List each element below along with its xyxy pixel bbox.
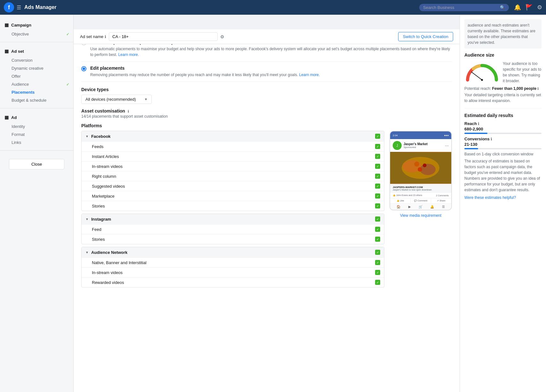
auto-learn-more-link[interactable]: Learn more. xyxy=(118,52,139,57)
conversions-progress-bar xyxy=(464,148,542,149)
facebook-item-instant-articles[interactable]: Instant Articles ✓ xyxy=(82,151,384,161)
conversions-info-icon: ℹ xyxy=(491,137,492,141)
instagram-item-stories[interactable]: Stories ✓ xyxy=(82,234,384,244)
edit-placement-option[interactable]: Edit placements Removing placements may … xyxy=(81,62,452,82)
reach-info-icon: ℹ xyxy=(478,122,479,126)
conversion-window-text: Based on 1-day click conversion window xyxy=(464,152,542,156)
sidebar-item-dynamic-creative[interactable]: Dynamic creative xyxy=(0,64,73,72)
preview-like-button[interactable]: 👍 Like xyxy=(390,198,411,203)
switch-to-quick-creation-button[interactable]: Switch to Quick Creation xyxy=(398,32,453,41)
platform-list: ▼ Facebook ✓ Feeds ✓ Instant Articles ✓ xyxy=(81,131,384,290)
facebook-item-right-column[interactable]: Right column ✓ xyxy=(82,171,384,181)
svg-point-4 xyxy=(414,161,419,167)
facebook-item-suggested-videos[interactable]: Suggested videos ✓ xyxy=(82,181,384,191)
preview-comment-button[interactable]: 💬 Comment xyxy=(411,198,431,203)
phone-preview: 2:04 ●●● J Jasper's Market Sponsored xyxy=(389,131,452,210)
adset-name-input[interactable] xyxy=(109,32,218,41)
preview-bell-icon: 🔔 xyxy=(430,205,434,208)
flag-icon[interactable]: 🚩 xyxy=(526,4,533,11)
view-media-requirement-link[interactable]: View media requirement xyxy=(400,213,441,218)
menu-icon[interactable]: ☰ xyxy=(17,4,21,11)
adset-gear-icon[interactable]: ⚙ xyxy=(220,34,224,39)
preview-sponsored-label: Sponsored xyxy=(404,146,445,149)
marketplace-check: ✓ xyxy=(375,193,380,199)
sidebar-item-format[interactable]: Format xyxy=(0,130,73,138)
notifications-icon[interactable]: 🔔 xyxy=(514,4,521,11)
sidebar-item-offer[interactable]: Offer xyxy=(0,72,73,80)
rewarded-check: ✓ xyxy=(375,280,380,285)
conversions-progress-fill xyxy=(464,148,478,149)
audience-network-item-rewarded[interactable]: Rewarded videos ✓ xyxy=(82,277,384,287)
device-select-arrow-icon: ▼ xyxy=(144,98,148,101)
main-area: Ad set name ℹ ⚙ Switch to Quick Creation… xyxy=(74,15,546,392)
settings-icon[interactable]: ⚙ xyxy=(537,4,542,11)
radio-dot xyxy=(83,67,85,70)
instagram-group-header[interactable]: ▼ Instagram ✓ xyxy=(82,214,384,224)
conversions-value: 21-130 xyxy=(464,142,542,147)
suggested-videos-check: ✓ xyxy=(375,184,380,189)
sidebar-item-conversion[interactable]: Conversion xyxy=(0,56,73,64)
reach-row: Reach ℹ 680-2,900 xyxy=(464,121,542,134)
facebook-item-feeds[interactable]: Feeds ✓ xyxy=(82,141,384,151)
device-types-label: Device types xyxy=(81,87,452,92)
edit-placement-desc: Removing placements may reduce the numbe… xyxy=(90,72,320,78)
potential-reach-row: Potential reach: Fewer than 1,000 people… xyxy=(464,86,542,104)
preview-store-avatar: J xyxy=(393,141,402,150)
preview-store-name: Jasper's Market xyxy=(404,142,445,146)
right-panel: audience and reach estimates aren't curr… xyxy=(460,15,546,392)
preview-share-button[interactable]: ↗ Share xyxy=(431,198,451,203)
instream-videos-label: In-stream videos xyxy=(92,164,375,169)
device-type-select[interactable]: All devices (recommended) ▼ xyxy=(81,95,152,104)
preview-comments-count: 2 Comments xyxy=(436,194,449,197)
facebook-check-icon: ✓ xyxy=(375,134,380,139)
sidebar-item-objective[interactable]: Objective ✓ xyxy=(0,30,73,38)
sidebar-budget-label: Budget & schedule xyxy=(12,98,46,103)
adset-info-icon: ℹ xyxy=(105,35,106,39)
edit-learn-more-link[interactable]: Learn more. xyxy=(299,73,320,77)
instagram-arrow-icon: ▼ xyxy=(85,217,89,221)
sidebar-item-links[interactable]: Links xyxy=(0,138,73,146)
svg-point-5 xyxy=(423,163,427,167)
facebook-item-instream-videos[interactable]: In-stream videos ✓ xyxy=(82,161,384,171)
audience-network-group-name: Audience Network xyxy=(91,250,375,255)
search-input[interactable] xyxy=(423,5,498,10)
sidebar-adset-label: Ad set xyxy=(11,49,24,54)
sidebar-item-placements[interactable]: Placements xyxy=(0,88,73,96)
helpful-link[interactable]: Were these estimates helpful? xyxy=(464,195,542,200)
sidebar-ad-header: ▦ Ad xyxy=(0,112,73,122)
sidebar-adset-header: ▦ Ad set xyxy=(0,46,73,56)
sidebar-item-identity[interactable]: Identity xyxy=(0,122,73,130)
audience-network-header[interactable]: ▼ Audience Network ✓ xyxy=(82,247,384,257)
topnav-icons: 🔔 🚩 ⚙ xyxy=(514,4,542,11)
close-button[interactable]: Close xyxy=(9,159,64,169)
conversions-label-row: Conversions ℹ xyxy=(464,137,542,141)
instream-videos-check: ✓ xyxy=(375,164,380,169)
facebook-group-name: Facebook xyxy=(91,134,375,139)
sidebar-campaign-label: Campaign xyxy=(11,23,31,27)
audience-network-arrow-icon: ▼ xyxy=(85,251,89,254)
audience-network-item-native[interactable]: Native, Banner and Interstitial ✓ xyxy=(82,257,384,267)
targeting-text: Your detailed targeting criteria is curr… xyxy=(464,92,542,104)
preview-menu-icon: ☰ xyxy=(442,205,445,208)
facebook-item-stories[interactable]: Stories ✓ xyxy=(82,201,384,211)
edit-placement-radio[interactable] xyxy=(81,66,86,71)
facebook-item-marketplace[interactable]: Marketplace ✓ xyxy=(82,191,384,201)
instagram-item-feed[interactable]: Feed ✓ xyxy=(82,224,384,234)
preview-cta-text: Jasper's Market is now open downtown xyxy=(393,189,449,191)
preview-home-icon: 🏠 xyxy=(397,205,400,208)
preview-post-info: Jasper's Market Sponsored xyxy=(404,142,445,149)
edit-placement-title: Edit placements xyxy=(90,66,320,71)
audience-network-item-instream[interactable]: In-stream videos ✓ xyxy=(82,267,384,277)
reach-progress-fill xyxy=(464,133,487,134)
sidebar-item-budget[interactable]: Budget & schedule xyxy=(0,96,73,104)
adset-name-label: Ad set name xyxy=(80,34,103,39)
sidebar-item-audience[interactable]: Audience ✓ xyxy=(0,80,73,88)
search-icon: 🔍 xyxy=(500,5,505,10)
an-instream-label: In-stream videos xyxy=(92,270,375,275)
device-select-value: All devices (recommended) xyxy=(85,97,136,102)
adset-name-bar: Ad set name ℹ ⚙ Switch to Quick Creation xyxy=(74,29,460,44)
sidebar-links-label: Links xyxy=(12,140,21,145)
objective-check-icon: ✓ xyxy=(66,32,69,36)
facebook-group-header[interactable]: ▼ Facebook ✓ xyxy=(82,131,384,141)
reach-label-row: Reach ℹ xyxy=(464,121,542,126)
